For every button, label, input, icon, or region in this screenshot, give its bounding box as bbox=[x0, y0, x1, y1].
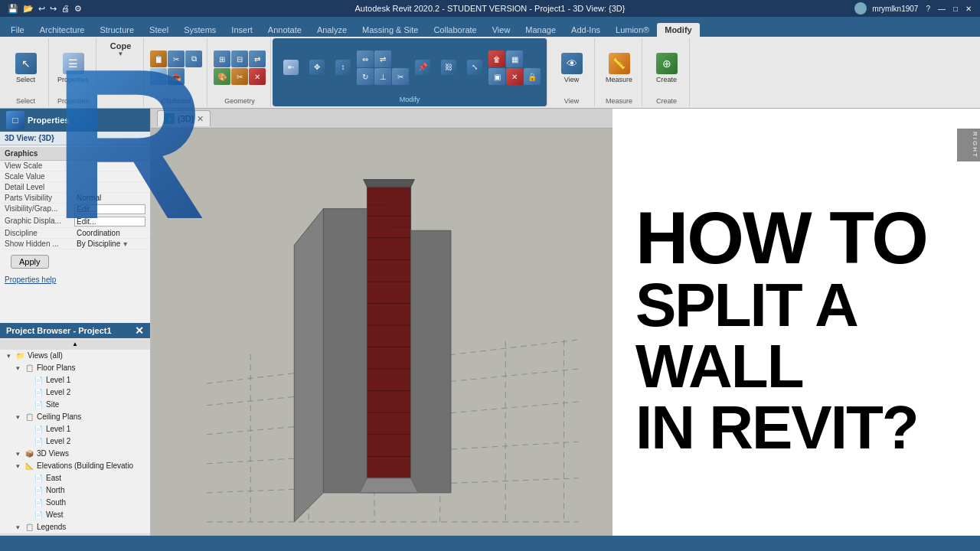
tab-view[interactable]: View bbox=[485, 23, 518, 37]
measure-btn[interactable]: 📏 Measure bbox=[603, 51, 635, 85]
tree-item-south[interactable]: 📄 South bbox=[18, 497, 150, 509]
site-label: Site bbox=[46, 400, 59, 409]
tab-insert[interactable]: Insert bbox=[224, 23, 260, 37]
tab-addins[interactable]: Add-Ins bbox=[564, 23, 608, 37]
create-btn[interactable]: ⊕ Create bbox=[654, 51, 680, 85]
qa-print-btn[interactable]: 🖨 bbox=[60, 4, 71, 14]
mirror-pick-btn[interactable]: ⇔ bbox=[357, 51, 374, 67]
tab-steel[interactable]: Steel bbox=[142, 23, 176, 37]
link-btn[interactable]: 🔗 bbox=[150, 68, 167, 85]
tree-item-elevations[interactable]: ▾ 📐 Elevations (Building Elevatio bbox=[9, 460, 150, 472]
project-browser-close-btn[interactable]: ✕ bbox=[135, 325, 144, 336]
split-btn[interactable]: ✂ bbox=[392, 68, 409, 85]
qa-redo-btn[interactable]: ↪ bbox=[48, 4, 58, 14]
tab-lumion[interactable]: Lumion® bbox=[608, 23, 657, 37]
import-btn[interactable]: 📥 bbox=[168, 68, 185, 85]
grp-btn[interactable]: ▣ bbox=[488, 68, 505, 85]
view-btn[interactable]: 👁 View bbox=[559, 51, 585, 85]
view-icon: 👁 bbox=[561, 53, 583, 74]
tab-architecture[interactable]: Architecture bbox=[32, 23, 93, 37]
minimize-icon[interactable]: — bbox=[936, 5, 948, 13]
tree-item-level1[interactable]: 📄 Level 1 bbox=[18, 374, 150, 386]
ribbon-group-properties: ☰ Properties Properties bbox=[51, 38, 96, 106]
3d-view-tab-close[interactable]: ✕ bbox=[197, 114, 204, 124]
tree-item-3d-views[interactable]: ▾ 📦 3D Views bbox=[9, 448, 150, 460]
unjoin-btn[interactable]: ⊟ bbox=[231, 51, 248, 67]
ribbon-group-measure: 📏 Measure Measure bbox=[596, 38, 642, 106]
del2-btn[interactable]: ✕ bbox=[506, 68, 523, 85]
paint-btn[interactable]: 🎨 bbox=[214, 68, 230, 85]
move-btn[interactable]: ✥ bbox=[305, 58, 329, 78]
window-title: Autodesk Revit 2020.2 - STUDENT VERSION … bbox=[0, 4, 980, 13]
views-all-expander[interactable]: ▾ bbox=[3, 352, 14, 360]
ribbon-tabs: File Architecture Structure Steel System… bbox=[0, 17, 980, 37]
qa-save-btn[interactable]: 💾 bbox=[6, 4, 20, 14]
tree-item-legends[interactable]: ▾ 📋 Legends bbox=[9, 521, 150, 533]
tree-item-ceiling-level2[interactable]: 📄 Level 2 bbox=[18, 435, 150, 448]
visibility-edit-btn[interactable]: Edit... bbox=[74, 204, 145, 214]
tab-manage[interactable]: Manage bbox=[518, 23, 564, 37]
tree-item-views-all[interactable]: ▾ 📁 Views (all) bbox=[0, 350, 150, 362]
arr-btn[interactable]: ▦ bbox=[506, 51, 523, 67]
tree-item-north[interactable]: 📄 North bbox=[18, 484, 150, 497]
del-btn[interactable]: 🗑 bbox=[488, 51, 505, 67]
scene-canvas[interactable] bbox=[151, 129, 612, 551]
qa-undo-btn[interactable]: ↩ bbox=[37, 4, 47, 14]
pin-btn[interactable]: 📌 bbox=[410, 58, 435, 78]
cope-dropdown-btn[interactable]: Cope ▼ bbox=[106, 40, 136, 59]
title-bar-left: 💾 📂 ↩ ↪ 🖨 ⚙ bbox=[6, 4, 83, 14]
rotate-btn[interactable]: ↻ bbox=[357, 68, 374, 85]
tab-massing[interactable]: Massing & Site bbox=[354, 23, 426, 37]
ribbon-group-geometry: ⊞ ⊟ ⇄ 🎨 ✂ ✕ Geometry bbox=[209, 38, 271, 106]
tree-item-site[interactable]: 📄 Site bbox=[18, 399, 150, 411]
tab-file[interactable]: File bbox=[3, 23, 32, 37]
scale-btn[interactable]: ⤡ bbox=[462, 58, 487, 78]
tab-modify[interactable]: Modify bbox=[657, 23, 699, 37]
copy-btn[interactable]: ⧉ bbox=[185, 51, 202, 67]
cope-label: Cope bbox=[110, 41, 132, 51]
tab-collaborate[interactable]: Collaborate bbox=[426, 23, 484, 37]
tree-item-level2[interactable]: 📄 Level 2 bbox=[18, 386, 150, 399]
tree-item-east[interactable]: 📄 East bbox=[18, 472, 150, 484]
tree-item-west[interactable]: 📄 West bbox=[18, 509, 150, 521]
show-hidden-dropdown-icon[interactable]: ▼ bbox=[122, 240, 129, 248]
align-btn[interactable]: ⇤ bbox=[279, 58, 303, 78]
split-elem-btn[interactable]: ✂ bbox=[231, 68, 248, 85]
mirror-draw-btn[interactable]: ⇌ bbox=[374, 51, 391, 67]
cut-btn[interactable]: ✂ bbox=[168, 51, 185, 67]
graphic-display-edit-btn[interactable]: Edit... bbox=[74, 217, 145, 227]
tab-annotate[interactable]: Annotate bbox=[260, 23, 309, 37]
close-icon[interactable]: ✕ bbox=[963, 5, 974, 13]
trim-btn[interactable]: ⊥ bbox=[374, 68, 391, 85]
apply-button[interactable]: Apply bbox=[11, 255, 49, 269]
qa-settings-btn[interactable]: ⚙ bbox=[73, 4, 83, 14]
lock-btn[interactable]: 🔒 bbox=[524, 68, 541, 85]
tab-analyze[interactable]: Analyze bbox=[309, 23, 354, 37]
tree-item-floor-plans[interactable]: ▾ 📋 Floor Plans bbox=[9, 362, 150, 374]
join-btn[interactable]: ⊞ bbox=[214, 51, 230, 67]
tree-scroll-up-btn[interactable]: ▲ bbox=[0, 339, 150, 350]
tree-item-ceiling-plans[interactable]: ▾ 📋 Ceiling Plans bbox=[9, 411, 150, 423]
help-icon[interactable]: ? bbox=[923, 5, 933, 13]
select-btn[interactable]: ↖ Select bbox=[13, 51, 39, 85]
switch-btn[interactable]: ⇄ bbox=[249, 51, 266, 67]
scale-value-row: Scale Value bbox=[0, 171, 150, 182]
viewport[interactable]: 3 {3D} ✕ bbox=[151, 109, 612, 551]
paste-btn[interactable]: 📋 bbox=[150, 51, 167, 67]
properties-btn[interactable]: ☰ Properties bbox=[55, 51, 91, 85]
right-cube-indicator[interactable]: RIGHT bbox=[957, 129, 980, 161]
tab-structure[interactable]: Structure bbox=[92, 23, 142, 37]
offset-btn[interactable]: ↕ bbox=[331, 58, 355, 78]
title-bar: 💾 📂 ↩ ↪ 🖨 ⚙ Autodesk Revit 2020.2 - STUD… bbox=[0, 0, 980, 17]
maximize-icon[interactable]: □ bbox=[951, 5, 960, 13]
properties-help-link[interactable]: Properties help bbox=[0, 274, 150, 285]
ribbon-group-view: 👁 View View bbox=[549, 38, 595, 106]
project-browser-header[interactable]: Project Browser - Project1 ✕ bbox=[0, 323, 150, 338]
tree-container[interactable]: ▲ ▾ 📁 Views (all) ▾ 📋 Floor Plans bbox=[0, 338, 150, 536]
qa-open-btn[interactable]: 📂 bbox=[21, 4, 35, 14]
3d-view-tab[interactable]: 3 {3D} ✕ bbox=[157, 110, 211, 126]
tree-item-ceiling-level1[interactable]: 📄 Level 1 bbox=[18, 423, 150, 435]
unpin-btn[interactable]: ⛓ bbox=[436, 58, 461, 78]
tab-systems[interactable]: Systems bbox=[176, 23, 224, 37]
delete-btn[interactable]: ✕ bbox=[249, 68, 266, 85]
